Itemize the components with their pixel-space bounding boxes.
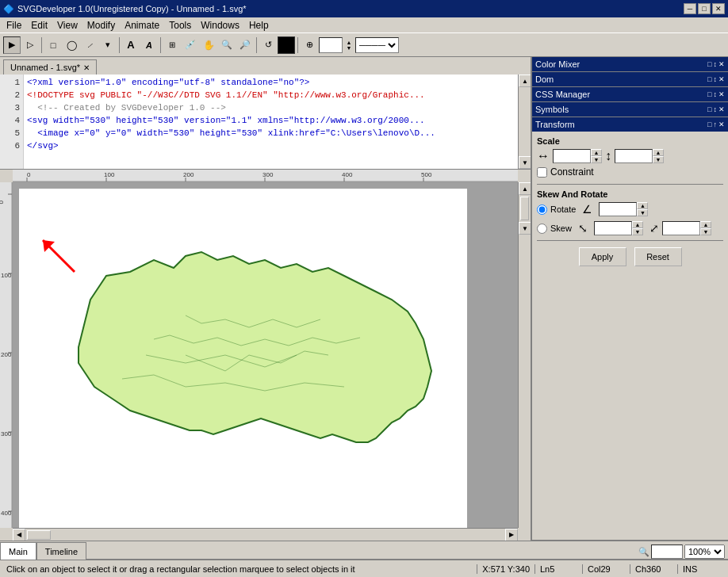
code-line-3: <!-- Created by SVGDeveloper 1.0 --> [27,101,515,114]
scroll-up-btn[interactable]: ▲ [519,75,531,87]
canvas-vscrollbar[interactable]: ▲ ▼ [518,182,531,528]
skew-y-spinbox: 0 ▲ ▼ [662,221,711,235]
constraint-label[interactable]: Constraint [550,166,594,178]
zoom-out-btn[interactable]: 🔎 [236,36,254,54]
zoom-level-input[interactable]: 1 [319,37,343,53]
skew-radio-label[interactable]: Skew [537,224,572,234]
document-tab[interactable]: Unnamed - 1.svg* ✕ [3,59,97,75]
zoom-percent-input[interactable]: 100% [651,545,683,559]
maximize-button[interactable]: □ [698,3,711,14]
canvas-drawing-area[interactable] [19,189,467,528]
scale-link-icon[interactable]: ↔ [537,149,550,163]
minimize-button[interactable]: ─ [684,3,696,14]
direct-select-tool-btn[interactable]: ▷ [21,36,39,54]
skew-y-input[interactable]: 0 [662,221,700,235]
transform-up-btn[interactable]: ↑ [714,120,718,128]
refresh-btn[interactable]: ↺ [259,36,277,54]
grid-btn[interactable]: ⊞ [163,36,181,54]
dom-restore-btn[interactable]: □ [707,75,711,83]
transform-restore-btn[interactable]: □ [707,120,711,128]
scale-x-up-btn[interactable]: ▲ [591,149,602,156]
skew-row: Skew ⤡ 0 ▲ ▼ ⤢ 0 ▲ [537,221,723,235]
code-line-6: </svg> [27,139,515,152]
zoom-select[interactable]: 100% [684,545,725,559]
main-tab[interactable]: Main [0,542,36,560]
dropdown-arrow-btn[interactable]: ▾ [99,36,117,54]
canvas-scroll-right[interactable]: ▶ [505,529,518,541]
css-collapse-btn[interactable]: ↕ [714,90,718,98]
css-close-btn[interactable]: ✕ [718,90,725,98]
canvas-hscrollbar[interactable]: ◀ ▶ [13,528,518,541]
symbols-restore-btn[interactable]: □ [707,105,711,113]
skew-x-down-btn[interactable]: ▼ [632,228,643,235]
reset-button[interactable]: Reset [634,247,682,266]
angle-icon: ∠ [582,203,592,216]
zoom-combo[interactable]: ──────── [355,37,399,53]
dom-collapse-btn[interactable]: ↕ [714,75,718,83]
hand-tool-btn[interactable]: ✋ [200,36,217,54]
symbols-collapse-btn[interactable]: ↕ [714,105,718,113]
rotate-radio[interactable] [537,204,547,215]
rotate-radio-label[interactable]: Rotate [537,204,576,215]
color-mixer-collapse-btn[interactable]: ↕ [714,60,718,68]
scale-y-down-btn[interactable]: ▼ [653,156,664,163]
tab-close-btn[interactable]: ✕ [83,63,90,72]
rotate-input[interactable]: 0 [599,202,637,216]
code-content[interactable]: <?xml version="1.0" encoding="utf-8" sta… [24,75,518,169]
menu-file[interactable]: File [2,17,26,32]
rotate-up-btn[interactable]: ▲ [637,202,648,209]
skew-y-icon: ⤢ [649,222,659,235]
css-restore-btn[interactable]: □ [707,90,711,98]
scale-x-input[interactable]: 100% [553,149,591,163]
text-tool-btn[interactable]: A [122,36,140,54]
skew-y-up-btn[interactable]: ▲ [700,221,711,228]
color-mixer-close-btn[interactable]: ✕ [718,60,725,68]
skew-y-down-btn[interactable]: ▼ [700,228,711,235]
menu-animate[interactable]: Animate [120,17,164,32]
skew-x-up-btn[interactable]: ▲ [632,221,643,228]
menu-tools[interactable]: Tools [164,17,196,32]
symbols-close-btn[interactable]: ✕ [718,105,725,113]
rotate-down-btn[interactable]: ▼ [637,209,648,216]
line-tool-btn[interactable]: ⟋ [81,36,98,54]
svg-text:300: 300 [1,430,12,438]
scroll-down-btn[interactable]: ▼ [519,156,531,169]
dom-close-btn[interactable]: ✕ [718,75,725,83]
zoom-in-btn[interactable]: 🔍 [218,36,236,54]
scale-y-up-btn[interactable]: ▲ [653,149,664,156]
eyedropper-btn[interactable]: 💉 [182,36,199,54]
menu-view[interactable]: View [52,17,82,32]
zoom-controls: 🔍 100% 100% [635,545,728,560]
editor-scrollbar-v[interactable]: ▲ ▼ [518,75,531,169]
ellipse-tool-btn[interactable]: ◯ [63,36,80,54]
code-line-2: <!DOCTYPE svg PUBLIC "-//W3C//DTD SVG 1.… [27,89,515,101]
scale-y-input[interactable]: 1 [615,149,653,163]
timeline-tab[interactable]: Timeline [36,542,86,560]
menu-edit[interactable]: Edit [26,17,52,32]
menu-modify[interactable]: Modify [82,17,120,32]
constraint-checkbox[interactable] [537,167,547,178]
color-btn[interactable] [278,36,295,54]
menu-help[interactable]: Help [244,17,274,32]
color-mixer-restore-btn[interactable]: □ [707,60,711,68]
skew-radio[interactable] [537,224,547,234]
bottom-tabs: Main Timeline 🔍 100% 100% [0,541,728,560]
transform-close-btn[interactable]: ✕ [718,120,725,128]
select-tool-btn[interactable]: ▶ [3,36,21,54]
close-button[interactable]: ✕ [712,3,725,14]
canvas-scroll-up[interactable]: ▲ [519,182,531,195]
canvas-viewport[interactable] [13,182,518,528]
skew-x-input[interactable]: 0 [594,221,632,235]
canvas-scroll-left[interactable]: ◀ [13,529,25,541]
rect-tool-btn[interactable]: □ [44,36,62,54]
text-italic-btn[interactable]: A [140,36,158,54]
apply-button[interactable]: Apply [579,247,626,266]
editor-pane[interactable]: 1 2 3 4 5 6 <?xml version="1.0" encoding… [0,75,531,170]
menu-windows[interactable]: Windows [196,17,244,32]
zoom-up-btn[interactable]: ▲ ▼ [343,36,354,54]
canvas-scroll-down[interactable]: ▼ [519,222,531,235]
right-panel: Color Mixer □ ↕ ✕ Dom □ ↕ ✕ [531,57,728,541]
timeline-tab-label: Timeline [45,547,78,556]
scale-x-down-btn[interactable]: ▼ [591,156,602,163]
zoom-icon-bottom: 🔍 [638,547,649,557]
